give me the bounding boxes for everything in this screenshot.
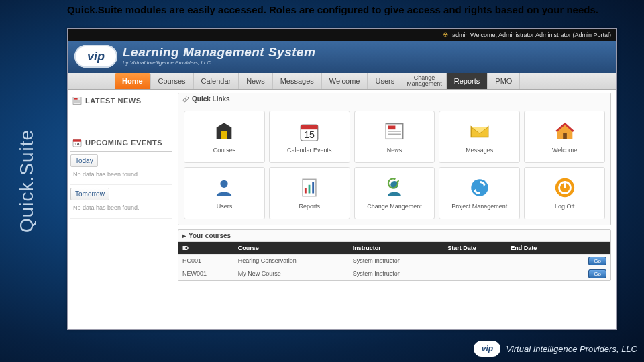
your-courses-panel: ▸ Your courses IDCourseInstructorStart D… (178, 229, 611, 281)
ql-messages[interactable]: Messages (439, 111, 520, 163)
svg-rect-7 (221, 131, 227, 139)
ql-label: Change Mangement (367, 203, 422, 210)
cell-course: My New Course (234, 267, 349, 280)
welcome-icon (553, 120, 576, 143)
nav-welcome[interactable]: Welcome (322, 73, 368, 89)
ql-label: Users (217, 203, 233, 210)
change-icon (383, 176, 406, 199)
calendar-ring-icon: 18 (72, 137, 83, 148)
app-window: ☢ admin Welcome, Administrator Administr… (67, 28, 617, 330)
cell-end (506, 267, 566, 280)
svg-rect-12 (388, 126, 395, 130)
ql-project[interactable]: Project Management (439, 167, 520, 219)
nav-users[interactable]: Users (368, 73, 402, 89)
sidebar-label: Quick.Suite (16, 129, 38, 233)
ql-label: Calendar Events (287, 147, 332, 154)
left-column: LATEST NEWS 18 UPCOMING EVENTS Today No … (68, 90, 175, 329)
cell-id: NEW001 (178, 267, 234, 280)
svg-rect-5 (73, 139, 81, 141)
radiation-icon: ☢ (443, 32, 448, 38)
nav-messages[interactable]: Messages (273, 73, 322, 89)
admin-welcome-text: admin Welcome, Administrator Administrat… (452, 32, 611, 38)
brand-title: Learning Management System (123, 45, 316, 60)
ql-label: Project Management (451, 203, 507, 210)
ql-label: Messages (466, 147, 493, 154)
col-id: ID (178, 242, 234, 255)
calendar-icon: 15 (298, 120, 321, 143)
nav-change-management[interactable]: ChangeManagement (402, 73, 447, 89)
latest-news-header: LATEST NEWS (70, 93, 172, 109)
cell-course: Hearing Conservation (234, 255, 349, 267)
news-icon (383, 120, 406, 143)
tomorrow-no-data: No data has been found. (70, 200, 172, 219)
nav-news[interactable]: News (239, 73, 273, 89)
reports-icon (298, 176, 321, 199)
cell-start (443, 267, 506, 280)
ql-calendar[interactable]: 15Calendar Events (269, 111, 350, 163)
ql-label: News (387, 147, 402, 154)
svg-point-16 (221, 180, 228, 188)
your-courses-title: Your courses (189, 232, 231, 239)
your-courses-table: IDCourseInstructorStart DateEnd Date HC0… (178, 242, 610, 280)
ql-change[interactable]: Change Mangement (354, 167, 435, 219)
col-start-date: Start Date (443, 242, 506, 255)
ql-users[interactable]: Users (184, 167, 265, 219)
nav-home[interactable]: Home (115, 73, 151, 89)
col-instructor: Instructor (349, 242, 444, 255)
table-header-row: IDCourseInstructorStart DateEnd Date (178, 242, 610, 255)
brand-subtitle: by Virtual Intelligence Providers, LLC (123, 60, 211, 66)
cell-end (506, 255, 566, 267)
quick-links-panel: Quick Links Courses15Calendar EventsNews… (178, 93, 611, 225)
vip-logo: vip (74, 45, 117, 68)
svg-rect-15 (563, 133, 567, 139)
cell-instructor: System Instructor (349, 267, 444, 280)
quick-links-title: Quick Links (192, 95, 230, 103)
col-end-date: End Date (506, 242, 566, 255)
right-column: Quick Links Courses15Calendar EventsNews… (175, 90, 616, 329)
nav-pmo[interactable]: PMO (488, 73, 520, 89)
cell-id: HC001 (178, 255, 234, 267)
today-tab[interactable]: Today (70, 154, 98, 167)
arrow-icon: ▸ (182, 232, 186, 239)
app-body: LATEST NEWS 18 UPCOMING EVENTS Today No … (68, 90, 616, 329)
upcoming-events-label: UPCOMING EVENTS (85, 139, 162, 147)
nav-courses[interactable]: Courses (151, 73, 194, 89)
nav-calendar[interactable]: Calendar (194, 73, 239, 89)
ql-label: Welcome (552, 147, 577, 154)
main-nav: HomeCoursesCalendarNewsMessagesWelcomeUs… (68, 73, 616, 90)
ql-label: Courses (213, 147, 236, 154)
ql-courses[interactable]: Courses (184, 111, 265, 163)
footer-text: Virtual Intelligence Providers, LLC (506, 344, 637, 354)
go-button[interactable]: Go (588, 257, 606, 265)
your-courses-header: ▸ Your courses (178, 230, 610, 242)
messages-icon (468, 120, 491, 143)
project-icon (468, 176, 491, 199)
tomorrow-tab[interactable]: Tomorrow (70, 188, 109, 200)
ql-reports[interactable]: Reports (269, 167, 350, 219)
go-button[interactable]: Go (588, 269, 606, 278)
courses-icon (213, 120, 235, 143)
nav-reports[interactable]: Reports (447, 73, 488, 89)
svg-text:18: 18 (74, 142, 80, 146)
ql-welcome[interactable]: Welcome (524, 111, 605, 163)
svg-text:15: 15 (304, 129, 315, 140)
today-no-data: No data has been found. (70, 167, 172, 185)
col-course: Course (234, 242, 349, 255)
ql-news[interactable]: News (354, 111, 435, 163)
link-icon (182, 96, 189, 103)
svg-rect-20 (312, 182, 314, 194)
footer-vip-logo: vip (474, 341, 500, 357)
logoff-icon (553, 176, 576, 199)
slide-title: Quick.Suite modules are easily accessed.… (67, 4, 637, 15)
users-icon (213, 176, 235, 199)
table-row: NEW001My New CourseSystem InstructorGo (178, 267, 610, 280)
ql-logoff[interactable]: Log Off (524, 167, 605, 219)
table-row: HC001Hearing ConservationSystem Instruct… (178, 255, 610, 267)
col-go (566, 242, 610, 255)
ql-label: Log Off (555, 203, 574, 210)
cell-go: Go (566, 255, 610, 267)
svg-rect-18 (305, 188, 307, 194)
quick-links-grid: Courses15Calendar EventsNewsMessagesWelc… (178, 105, 610, 225)
upcoming-events-header: 18 UPCOMING EVENTS (70, 135, 172, 152)
cell-go: Go (566, 267, 610, 280)
